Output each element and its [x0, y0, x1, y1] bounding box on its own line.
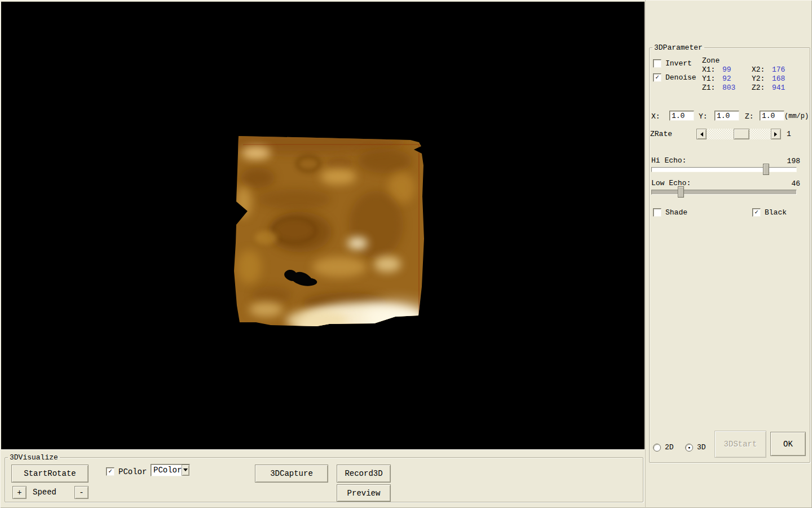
black-label: Black: [765, 209, 787, 217]
visualize-panel: 3DVisualize StartRotate + Speed - ✓ PCol…: [0, 449, 645, 508]
speed-label: Speed: [33, 488, 56, 496]
zone-z2-label: Z2:: [752, 84, 772, 92]
shade-checkbox[interactable]: [653, 208, 661, 217]
zone-x1-value: 99: [722, 66, 752, 74]
ok-button[interactable]: OK: [770, 432, 806, 456]
denoise-checkbox[interactable]: ✓: [653, 73, 661, 82]
pcolor-checkbox-row: ✓ PColor: [106, 467, 147, 476]
dropdown-button[interactable]: [182, 465, 189, 476]
black-checkbox[interactable]: ✓: [752, 208, 761, 217]
parameter-panel: 3DParameter Invert ✓ Denoise Zone X1: 99…: [645, 0, 812, 508]
invert-checkbox[interactable]: [653, 59, 661, 68]
hi-echo-label: Hi Echo:: [651, 157, 686, 165]
2d-radio-label: 2D: [665, 444, 674, 452]
pcolor-checkbox[interactable]: ✓: [106, 467, 114, 476]
low-echo-label: Low Echo:: [651, 179, 691, 187]
preview-button[interactable]: Preview: [337, 484, 391, 502]
z-scale-label: Z:: [745, 113, 754, 121]
check-icon: ✓: [655, 75, 659, 81]
hi-echo-slider[interactable]: [651, 167, 797, 172]
shade-checkbox-row: Shade: [653, 208, 687, 217]
zone-y2-value: 168: [772, 75, 799, 83]
low-echo-thumb[interactable]: [678, 186, 684, 198]
zrate-left-arrow-button[interactable]: [696, 129, 707, 139]
invert-checkbox-row: Invert: [653, 59, 692, 68]
low-echo-slider[interactable]: [651, 190, 797, 195]
zone-y2-label: Y2:: [752, 75, 772, 83]
arrow-right-icon: [774, 132, 779, 137]
zrate-track[interactable]: [707, 129, 771, 139]
z-scale-input[interactable]: [760, 111, 784, 121]
mode-3d-radio-row: ● 3D: [685, 444, 706, 452]
y-scale-input[interactable]: [714, 111, 739, 121]
3d-radio[interactable]: ●: [685, 444, 693, 452]
mode-2d-radio-row: 2D: [653, 444, 674, 452]
zone-y1-label: Y1:: [702, 75, 722, 83]
zrate-value: 1: [787, 130, 791, 138]
x-scale-label: X:: [651, 113, 660, 121]
pcolor-dropdown-value: PColor: [151, 465, 182, 476]
black-checkbox-row: ✓ Black: [752, 208, 787, 217]
zone-x2-value: 176: [772, 66, 799, 74]
shade-label: Shade: [665, 209, 687, 217]
x-scale-input[interactable]: [669, 111, 694, 121]
arrow-left-icon: [698, 132, 703, 137]
3d-radio-label: 3D: [697, 444, 706, 452]
zrate-label: ZRate: [650, 130, 672, 138]
zone-grid: X1: 99 X2: 176 Y1: 92 Y2: 168 Z1: 803 Z2…: [702, 65, 799, 93]
y-scale-label: Y:: [699, 113, 708, 121]
denoise-checkbox-row: ✓ Denoise: [653, 73, 696, 82]
groupbox-title: 3DVisualize: [8, 454, 60, 461]
zrate-scrollbar: [696, 129, 781, 139]
zone-z1-value: 803: [722, 84, 752, 92]
render-viewport[interactable]: [1, 2, 645, 449]
zrate-right-arrow-button[interactable]: [771, 129, 781, 139]
check-icon: ✓: [108, 468, 112, 475]
invert-label: Invert: [665, 60, 692, 68]
3dcapture-button[interactable]: 3DCapture: [255, 465, 328, 483]
zone-z1-label: Z1:: [702, 84, 722, 92]
zone-y1-value: 92: [722, 75, 752, 83]
speed-minus-button[interactable]: -: [74, 486, 89, 499]
app-window: 3DParameter Invert ✓ Denoise Zone X1: 99…: [0, 0, 812, 508]
hi-echo-thumb[interactable]: [763, 164, 769, 175]
check-icon: ✓: [754, 209, 758, 216]
hi-echo-value: 198: [774, 157, 800, 165]
speed-plus-button[interactable]: +: [12, 486, 27, 499]
2d-radio[interactable]: [653, 444, 661, 452]
record3d-button[interactable]: Record3D: [337, 465, 391, 483]
zone-x1-label: X1:: [702, 66, 722, 74]
pcolor-label: PColor: [118, 468, 147, 476]
start-rotate-button[interactable]: StartRotate: [11, 465, 89, 483]
low-echo-value: 46: [774, 179, 800, 188]
radio-dot-icon: ●: [688, 446, 690, 450]
zone-label: Zone: [702, 57, 720, 65]
denoise-label: Denoise: [665, 74, 696, 82]
chevron-down-icon: [183, 468, 188, 474]
pcolor-dropdown[interactable]: PColor: [151, 464, 190, 476]
groupbox-title: 3DParameter: [652, 44, 704, 51]
scale-unit-label: (mm/p): [784, 112, 809, 120]
3dstart-button[interactable]: 3DStart: [714, 431, 766, 458]
3dparameter-groupbox: 3DParameter: [649, 44, 810, 463]
zone-z2-value: 941: [772, 84, 799, 92]
zrate-thumb[interactable]: [734, 129, 749, 139]
ultrasound-volume-render: [1, 2, 645, 449]
zone-x2-label: X2:: [752, 66, 772, 74]
